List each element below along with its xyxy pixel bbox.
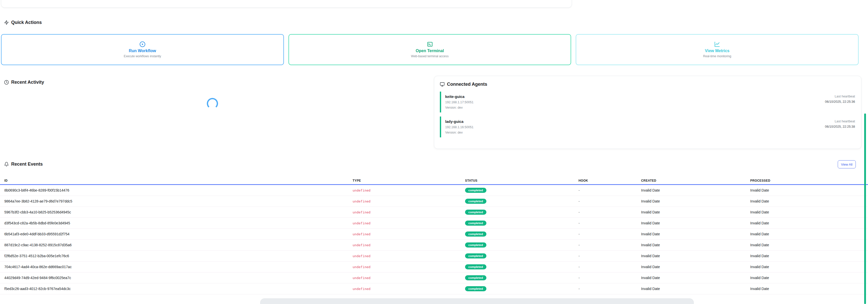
connected-agents-title: Connected Agents	[447, 82, 487, 87]
quick-action-title: View Metrics	[705, 49, 730, 53]
event-type: undefined	[352, 254, 465, 258]
event-row: 887d19c2-c9ac-4138-8252-8915c87d35a6 und…	[0, 240, 868, 250]
zap-icon	[4, 20, 9, 25]
event-status-cell: completed	[465, 253, 579, 259]
heartbeat-label: Last heartbeat	[825, 120, 855, 123]
event-processed: Invalid Date	[750, 287, 868, 291]
event-created: Invalid Date	[641, 188, 750, 192]
event-type: undefined	[352, 265, 465, 269]
quick-action-card[interactable]: Run Workflow Execute workflows instantly	[1, 34, 284, 65]
event-row: 44029d49-74d9-42ed-9484-9f6c0025ea7c und…	[0, 272, 868, 283]
agent-card: keite-guica 192.168.1.17:50051 Version: …	[440, 92, 856, 113]
event-type: undefined	[352, 276, 465, 280]
event-hook: -	[579, 254, 641, 258]
event-created: Invalid Date	[641, 265, 750, 269]
event-processed: Invalid Date	[750, 210, 868, 214]
recent-activity-heading: Recent Activity	[4, 80, 44, 85]
dashboard-page: Quick Actions Run Workflow Execute workf…	[0, 0, 868, 304]
status-badge: completed	[465, 264, 487, 269]
quick-actions-title: Quick Actions	[11, 20, 42, 25]
loading-spinner	[207, 98, 218, 109]
event-created: Invalid Date	[641, 199, 750, 203]
column-header-id: ID	[4, 179, 352, 182]
heartbeat-time: 06/10/2025, 22:25:36	[825, 100, 855, 103]
event-created: Invalid Date	[641, 221, 750, 225]
monitor-icon	[440, 82, 445, 87]
column-header-status: STATUS	[465, 179, 579, 182]
bottom-panel-edge	[260, 298, 694, 304]
connected-agents-panel: Connected Agents keite-guica 192.168.1.1…	[434, 76, 861, 149]
event-hook: -	[579, 199, 641, 203]
event-processed: Invalid Date	[750, 232, 868, 236]
event-id: d3f543cd-c82a-4b5b-8dbd-85fe0e3d4945	[4, 221, 352, 225]
event-created: Invalid Date	[641, 243, 750, 247]
quick-actions-heading: Quick Actions	[4, 20, 42, 25]
status-badge: completed	[465, 232, 487, 237]
event-row: f2f6d52e-3751-4512-b2ba-005e1efc76c6 und…	[0, 250, 868, 262]
quick-action-card[interactable]: View Metrics Real-time monitoring	[576, 34, 859, 65]
event-hook: -	[579, 287, 641, 291]
event-hook: -	[579, 232, 641, 236]
top-card-edge	[1, 0, 572, 8]
event-type: undefined	[352, 243, 465, 247]
clock-icon	[4, 80, 9, 85]
bell-icon	[4, 162, 9, 166]
event-status-cell: completed	[465, 210, 579, 215]
scrollbar-thumb[interactable]	[864, 114, 866, 304]
event-processed: Invalid Date	[750, 243, 868, 247]
event-type: undefined	[352, 287, 465, 291]
event-processed: Invalid Date	[750, 188, 868, 192]
event-row: 704c4617-4ad4-40ca-862e-dd669ac017ac und…	[0, 262, 868, 272]
event-processed: Invalid Date	[750, 265, 868, 269]
event-created: Invalid Date	[641, 287, 750, 291]
event-id: f5ed3c26-aad3-4012-82cb-9767ea54dc3c	[4, 287, 352, 291]
agents-list: keite-guica 192.168.1.17:50051 Version: …	[440, 92, 856, 138]
event-type: undefined	[352, 200, 465, 203]
event-id: 5967b3f2-cbb3-4a10-b825-b52536d4945c	[4, 210, 352, 214]
quick-action-subtitle: Execute workflows instantly	[124, 55, 161, 58]
event-created: Invalid Date	[641, 210, 750, 214]
status-badge: completed	[465, 275, 487, 280]
recent-events-heading: Recent Events	[4, 161, 43, 167]
event-created: Invalid Date	[641, 276, 750, 280]
event-status-cell: completed	[465, 188, 579, 193]
event-hook: -	[579, 276, 641, 280]
agent-address: 192.168.1.17:50051	[445, 100, 473, 104]
event-type: undefined	[352, 188, 465, 192]
event-row: 8b0690c3-b8f4-46be-8289-f00f15b14476 und…	[0, 185, 868, 196]
heartbeat-label: Last heartbeat	[825, 95, 855, 98]
status-badge: completed	[465, 253, 487, 259]
agent-heartbeat: Last heartbeat 06/10/2025, 22:25:38	[825, 120, 855, 128]
recent-activity-title: Recent Activity	[11, 80, 44, 85]
event-processed: Invalid Date	[750, 199, 868, 203]
event-hook: -	[579, 265, 641, 269]
quick-action-subtitle: Web-based terminal access	[411, 55, 449, 58]
view-all-button[interactable]: View All	[838, 160, 856, 169]
event-row: f5ed3c26-aad3-4012-82cb-9767ea54dc3c und…	[0, 283, 868, 294]
event-type: undefined	[352, 210, 465, 214]
event-processed: Invalid Date	[750, 221, 868, 225]
quick-action-card[interactable]: Open Terminal Web-based terminal access	[288, 34, 571, 65]
event-created: Invalid Date	[641, 254, 750, 258]
event-type: undefined	[352, 232, 465, 236]
agent-card: lady-guica 192.168.1.16:50051 Version: d…	[440, 117, 856, 138]
status-badge: completed	[465, 199, 487, 204]
agent-info: lady-guica 192.168.1.16:50051 Version: d…	[445, 120, 473, 134]
events-table: ID TYPE STATUS HOOK CREATED PROCESSED 8b…	[0, 177, 868, 294]
agent-name: lady-guica	[445, 120, 473, 124]
status-badge: completed	[465, 242, 487, 247]
recent-events-title: Recent Events	[11, 161, 43, 167]
column-header-created: CREATED	[641, 179, 750, 182]
agent-name: keite-guica	[445, 95, 473, 99]
event-status-cell: completed	[465, 286, 579, 291]
heartbeat-time: 06/10/2025, 22:25:38	[825, 125, 855, 128]
agent-heartbeat: Last heartbeat 06/10/2025, 22:25:36	[825, 95, 855, 103]
event-hook: -	[579, 188, 641, 192]
event-processed: Invalid Date	[750, 276, 868, 280]
event-id: 9864a7ee-3b82-4128-ae79-d6d7e797ddc5	[4, 199, 352, 203]
status-badge: completed	[465, 220, 487, 226]
event-id: 44029d49-74d9-42ed-9484-9f6c0025ea7c	[4, 276, 352, 280]
event-id: 704c4617-4ad4-40ca-862e-dd669ac017ac	[4, 265, 352, 269]
event-status-cell: completed	[465, 232, 579, 237]
column-header-type: TYPE	[352, 179, 465, 182]
